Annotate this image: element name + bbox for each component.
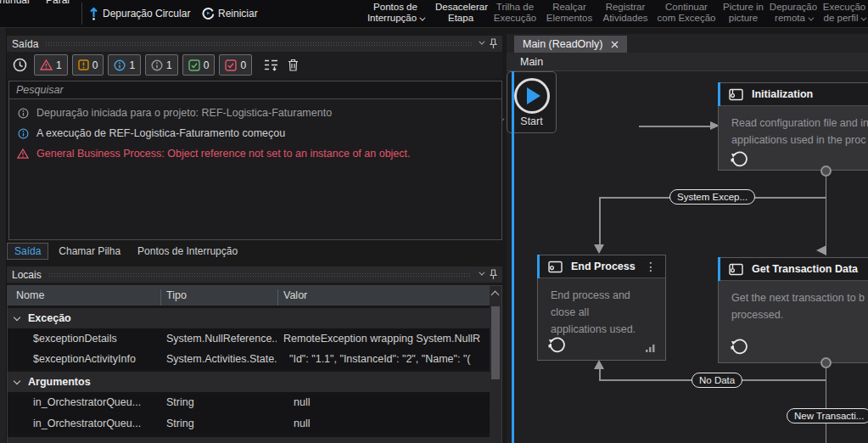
- output-panel-title: Saída: [12, 38, 38, 50]
- debug-ribbon: Continuar Parar Depuração Circular Reini…: [0, 0, 868, 28]
- tab-chamar-pilha[interactable]: Chamar Pilha: [52, 244, 127, 259]
- restart-icon: [202, 7, 215, 20]
- remote-debug-button[interactable]: Depuração remota: [767, 2, 820, 24]
- highlight-elements-button[interactable]: Realçar Elementos: [543, 2, 596, 24]
- table-row[interactable]: $exceptionActivityInfo System.Activities…: [8, 349, 491, 369]
- restart-button[interactable]: Reiniciar: [218, 8, 258, 20]
- execution-trail-button[interactable]: Trilha de Execução: [489, 2, 541, 24]
- tab-pontos-interrupcao[interactable]: Pontos de Interrupção: [131, 244, 244, 259]
- breakpoints-button[interactable]: Pontos de Interrupção: [355, 2, 436, 24]
- filter-verified-button[interactable]: 0: [219, 54, 252, 76]
- state-node-end-process[interactable]: End Process ⋮ End process and close all …: [537, 255, 666, 361]
- transition-pill-no-data[interactable]: No Data: [692, 373, 742, 388]
- picture-in-picture-button[interactable]: Picture in picture: [720, 2, 767, 24]
- state-machine-icon: [547, 337, 565, 355]
- expand-chevron-icon[interactable]: [14, 314, 20, 321]
- locals-scrollbar[interactable]: [490, 286, 501, 443]
- column-divider[interactable]: [277, 289, 278, 306]
- node-description: Read configuration file and in applicati…: [719, 106, 868, 149]
- filter-warnings-button[interactable]: 0: [72, 54, 104, 76]
- node-description: End process and close all applications u…: [538, 278, 665, 338]
- table-row[interactable]: in_OrchestratorQueu... String null: [8, 413, 491, 434]
- chevron-down-icon: [861, 15, 867, 21]
- table-row[interactable]: in_OrchestratorQueu... String null: [8, 392, 491, 412]
- output-panel-header[interactable]: Saída: [7, 36, 502, 52]
- output-message-list: Depuração iniciada para o projeto: REF-L…: [8, 99, 502, 240]
- clear-output-icon[interactable]: [285, 59, 301, 71]
- pin-icon[interactable]: [490, 269, 497, 280]
- pin-icon[interactable]: [490, 38, 497, 49]
- column-header-nome[interactable]: Nome: [16, 289, 44, 301]
- state-node-get-transaction-data[interactable]: Get Transaction Data Get the next transa…: [718, 257, 868, 363]
- node-header[interactable]: Initialization: [719, 83, 868, 106]
- stop-button[interactable]: Parar: [46, 0, 70, 6]
- info-icon: [17, 128, 29, 139]
- play-icon: [527, 87, 540, 104]
- locals-panel-header[interactable]: Locais: [7, 266, 502, 283]
- output-toolbar: 1 0 1 1 0 0: [7, 52, 502, 78]
- locals-panel: Locais: [7, 266, 502, 283]
- log-options-icon[interactable]: [261, 59, 281, 71]
- slow-step-button[interactable]: Desacelerar Etapa: [435, 2, 486, 24]
- breadcrumb[interactable]: Main: [507, 53, 868, 71]
- arrowhead-left-icon: [816, 245, 826, 255]
- locals-table-header: Nome Tipo Valor: [8, 286, 491, 306]
- node-header[interactable]: Get Transaction Data: [719, 258, 868, 281]
- log-activities-button[interactable]: Registrar Atividades: [597, 2, 653, 24]
- state-node-initialization[interactable]: Initialization Read configuration file a…: [718, 82, 868, 171]
- error-triangle-icon: [17, 149, 29, 159]
- node-menu-icon[interactable]: ⋮: [645, 260, 657, 273]
- transition-pill-new-transaction[interactable]: New Transacti...: [787, 408, 868, 423]
- filter-errors-button[interactable]: 1: [34, 54, 68, 76]
- load-stats-icon[interactable]: [645, 343, 656, 353]
- var-name: in_OrchestratorQueu...: [33, 418, 159, 429]
- circular-debug-button[interactable]: Depuração Circular: [103, 8, 190, 20]
- filter-success-button[interactable]: 0: [182, 54, 216, 76]
- scrollbar-thumb[interactable]: [491, 306, 500, 379]
- group-row-argumentos[interactable]: Argumentos: [8, 372, 491, 392]
- info-circle-icon: [114, 59, 126, 71]
- group-row-excecao[interactable]: Exceção: [8, 308, 491, 328]
- connector-line[interactable]: [599, 197, 601, 244]
- workflow-canvas[interactable]: System Excep... No Data New Transacti...…: [507, 71, 868, 443]
- collapse-chevron-icon[interactable]: [479, 272, 483, 278]
- tab-saida[interactable]: Saída: [7, 243, 48, 260]
- collapse-chevron-icon[interactable]: [479, 41, 483, 47]
- chevron-down-icon: [419, 15, 425, 21]
- continue-button[interactable]: Continuar: [0, 0, 31, 6]
- log-row-error[interactable]: General Business Process: Object referen…: [9, 143, 501, 164]
- trace-icon: [17, 108, 29, 119]
- column-divider[interactable]: [160, 289, 161, 306]
- connector-line[interactable]: [826, 171, 827, 252]
- connection-dot[interactable]: [820, 357, 832, 368]
- state-machine-icon: [730, 339, 748, 356]
- log-row[interactable]: A execução de REF-Logistica-Faturamento …: [9, 123, 501, 143]
- profile-execution-button[interactable]: Execução de perfil: [820, 2, 868, 24]
- collapsed-side-strip[interactable]: [0, 28, 7, 443]
- tab-main-readonly[interactable]: Main (ReadOnly): [514, 36, 627, 53]
- scroll-up-icon[interactable]: [491, 291, 500, 300]
- state-icon: [548, 261, 563, 273]
- timestamp-toggle-icon[interactable]: [10, 58, 30, 72]
- node-header[interactable]: End Process ⋮: [538, 255, 665, 278]
- expand-chevron-icon[interactable]: [14, 378, 20, 384]
- connector-line[interactable]: [639, 126, 710, 127]
- column-header-tipo[interactable]: Tipo: [166, 289, 187, 301]
- var-value: null: [294, 418, 489, 429]
- group-row-propriedades[interactable]: Propriedades de General Business Process…: [8, 437, 491, 443]
- table-row[interactable]: $exceptionDetails System.NullReference..…: [8, 328, 491, 349]
- var-value: null: [294, 396, 489, 408]
- active-state-accent: [718, 257, 720, 281]
- connection-dot[interactable]: [820, 165, 832, 177]
- connector-line[interactable]: [826, 362, 827, 443]
- panel-drag-texture: [48, 272, 472, 278]
- filter-info-button[interactable]: 1: [108, 54, 141, 76]
- search-input[interactable]: [9, 81, 501, 98]
- var-value: "Id": "1.1", "InstanceId": "2", "Name": …: [289, 353, 490, 365]
- column-header-valor[interactable]: Valor: [283, 289, 307, 301]
- log-row[interactable]: Depuração iniciada para o projeto: REF-L…: [9, 103, 501, 123]
- transition-pill-system-exception[interactable]: System Excep...: [669, 189, 755, 205]
- filter-trace-button[interactable]: 1: [145, 54, 178, 76]
- continue-on-exception-button[interactable]: Continuar com Exceção: [653, 2, 720, 24]
- close-icon[interactable]: [611, 41, 619, 48]
